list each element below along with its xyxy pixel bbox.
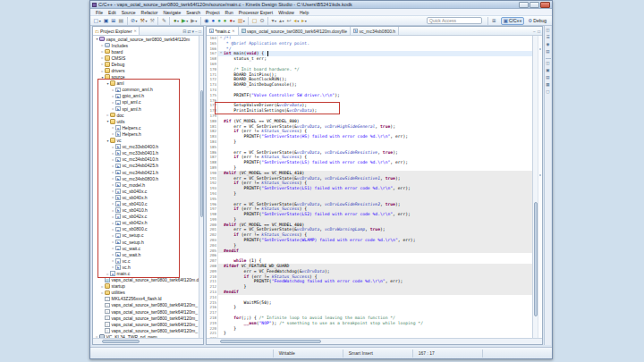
tree-item[interactable]: ▾source bbox=[93, 74, 199, 80]
tree-item[interactable]: ▹board bbox=[93, 48, 199, 55]
open-perspective-button[interactable]: ⊞ bbox=[490, 17, 499, 25]
tree-item[interactable]: ▹hvc.h bbox=[93, 264, 199, 270]
tree-item[interactable]: ▹hvc_mc34sb0410.h bbox=[93, 156, 199, 163]
tree-item[interactable]: ▾vc bbox=[93, 138, 199, 144]
last-edit-location-button[interactable]: ↩ bbox=[286, 16, 292, 25]
quick-access-input[interactable]: Quick Access bbox=[427, 17, 482, 24]
tree-item[interactable]: ▹cvc_setup.c bbox=[93, 232, 199, 239]
maximize-button[interactable] bbox=[530, 2, 539, 8]
tree-item[interactable]: ▹Debug bbox=[93, 61, 199, 67]
external-tools-button[interactable]: ▶▾ bbox=[190, 16, 198, 25]
tree-item[interactable]: ≡vaps_octal_source_twr0800_twrk64f120m_ bbox=[93, 327, 199, 333]
tree-item[interactable]: ▹cvc_sb0800.c bbox=[93, 226, 199, 232]
problems-view-icon[interactable]: ▣ bbox=[546, 68, 551, 73]
maximize-view-icon[interactable]: □ bbox=[538, 29, 540, 34]
tree-item[interactable]: ▹hvc_mc34sb0800.h bbox=[93, 175, 199, 181]
skip-breakpoints-button[interactable]: ⊘▾ bbox=[130, 16, 139, 25]
menu-source[interactable]: Source bbox=[119, 10, 139, 15]
tree-item[interactable]: ▹hvc_mc33sb0400.h bbox=[93, 144, 199, 150]
back-button[interactable]: ◂▾ bbox=[293, 16, 301, 25]
tree-item[interactable]: ▹hgpio_aml.h bbox=[93, 93, 199, 99]
open-element-button[interactable]: ▢ bbox=[251, 16, 258, 25]
tree-item[interactable]: ≡MKL43Z256xxx4_flash.ld bbox=[93, 296, 199, 302]
terminate-button[interactable]: ●▾ bbox=[228, 16, 235, 25]
print-button[interactable]: ▤ bbox=[117, 16, 124, 25]
tree-item[interactable]: ▹hcommon_aml.h bbox=[93, 87, 199, 93]
close-icon[interactable]: ✕ bbox=[232, 29, 234, 33]
menu-refactor[interactable]: Refactor bbox=[139, 10, 161, 15]
menu-search[interactable]: Search bbox=[183, 10, 203, 15]
menu-run[interactable]: Run bbox=[223, 10, 236, 15]
tree-item[interactable]: ▹hvc_sb0410.h bbox=[93, 207, 199, 214]
collapse-all-icon[interactable]: ⊟ bbox=[182, 28, 186, 35]
tree-item[interactable]: ▹hvc_mc33sb0401.h bbox=[93, 150, 199, 156]
update-code-button[interactable]: ◉ bbox=[203, 16, 209, 25]
flash-programmer-button[interactable]: ▥▾ bbox=[237, 16, 246, 25]
overview-ruler[interactable] bbox=[538, 36, 542, 338]
new-wizard-button[interactable]: ✎ bbox=[161, 16, 167, 25]
project-explorer-hscrollbar[interactable] bbox=[93, 338, 203, 344]
tree-item[interactable]: ▹cvc_sb040x.c bbox=[93, 188, 199, 194]
menu-help[interactable]: Help bbox=[297, 10, 311, 15]
tree-item[interactable]: ▹startup bbox=[93, 283, 199, 290]
debug-button[interactable]: ●▾ bbox=[173, 16, 180, 25]
make-targets-view-icon[interactable]: ◉ bbox=[546, 42, 551, 47]
save-all-button[interactable]: ⊞ bbox=[110, 16, 116, 25]
tree-item[interactable]: ▹hvc_sb040x.h bbox=[93, 194, 199, 200]
view-menu-icon[interactable]: ▾ bbox=[192, 28, 195, 35]
tree-item[interactable]: ▹hvc_wait.h bbox=[93, 251, 199, 257]
close-icon[interactable]: ✕ bbox=[134, 29, 137, 33]
link-with-editor-icon[interactable]: ⇄ bbox=[187, 28, 191, 35]
tree-item[interactable]: ▹Includes bbox=[93, 42, 199, 48]
run-button[interactable]: ▶▾ bbox=[181, 16, 189, 25]
maximize-view-icon[interactable]: □ bbox=[199, 28, 201, 35]
minimize-view-icon[interactable]: − bbox=[195, 28, 198, 35]
minimize-button[interactable] bbox=[519, 2, 529, 8]
perspective-cc[interactable]: ▣C/C++ bbox=[501, 17, 525, 25]
tree-item[interactable]: ▹cvc_sb0410.c bbox=[93, 200, 199, 206]
outline-view-icon[interactable]: ☰ bbox=[546, 35, 551, 40]
editor-tab[interactable]: hvc_mc34sb0800.h bbox=[351, 27, 399, 35]
components-button[interactable]: ● bbox=[223, 16, 228, 25]
tree-item[interactable]: ▹hvc_mc34sb0421.h bbox=[93, 169, 199, 175]
perspective-debug[interactable]: ⚙Debug bbox=[526, 17, 548, 25]
new-button[interactable]: ▢▾ bbox=[93, 16, 102, 25]
restore-pane-icon[interactable]: ◫ bbox=[546, 28, 551, 33]
editor-tab[interactable]: c*main.c✕ bbox=[207, 27, 239, 35]
close-button[interactable] bbox=[540, 2, 550, 8]
tree-item[interactable]: ▾aml bbox=[93, 80, 199, 87]
editor-hscrollbar[interactable] bbox=[207, 338, 542, 344]
next-annotation-button[interactable]: ▾▾ bbox=[271, 16, 278, 25]
forward-button[interactable]: ▸▾ bbox=[301, 16, 308, 25]
minimize-view-icon[interactable]: − bbox=[533, 29, 536, 34]
project-explorer-vscrollbar[interactable] bbox=[199, 36, 203, 338]
clean-button[interactable]: ⚒ bbox=[149, 16, 156, 25]
menu-edit[interactable]: Edit bbox=[106, 10, 119, 15]
restore-pane-icon[interactable]: ◫ bbox=[546, 61, 551, 66]
build-button[interactable]: ⚒▾ bbox=[140, 16, 148, 25]
tree-item[interactable]: ▹drivers bbox=[93, 67, 199, 73]
previous-annotation-button[interactable]: ▴▾ bbox=[278, 16, 285, 25]
tree-item[interactable]: ≡vaps_octal_source_twr0800_twrk64f120m_ bbox=[93, 302, 199, 308]
tree-item[interactable]: ▹cHelpers.c bbox=[93, 124, 199, 130]
processor-expert-button[interactable]: ● bbox=[211, 16, 216, 25]
tree-item[interactable]: ▹hvc_sb042x.h bbox=[93, 220, 199, 226]
tree-item[interactable]: ▾vaps_octal_source_twr0800_twrk64f120m bbox=[93, 36, 199, 42]
tree-item[interactable]: ▹hvc_setup.h bbox=[93, 239, 199, 245]
tree-item[interactable]: ▹utilities bbox=[93, 290, 199, 296]
tree-item[interactable]: ▹cspi_aml.c bbox=[93, 99, 199, 105]
project-explorer-tab[interactable]: 🗀 Project Explorer ✕ bbox=[93, 27, 140, 35]
menu-processor-expert[interactable]: Processor Expert bbox=[236, 10, 275, 15]
properties-view-icon[interactable]: ▦ bbox=[546, 82, 551, 88]
documentation-view-icon[interactable]: ▤ bbox=[546, 49, 551, 55]
code-editor[interactable]: 164⊖/*!165 * @brief Application entry po… bbox=[207, 36, 532, 338]
console-view-icon[interactable]: ▤ bbox=[546, 75, 551, 80]
tree-item[interactable]: ▹cvc.c bbox=[93, 257, 199, 264]
tree-item[interactable]: ▹cvc_sb042x.c bbox=[93, 214, 199, 220]
save-button[interactable]: ▣ bbox=[103, 16, 110, 25]
tree-item[interactable]: ≡vaps_octal_source_twr0800_twrk64f120m_ bbox=[93, 308, 199, 315]
memory-view-icon[interactable]: ▢ bbox=[546, 89, 551, 95]
tree-item[interactable]: ▹doc bbox=[93, 112, 199, 118]
tree-item[interactable]: ▹hspi_aml.h bbox=[93, 105, 199, 112]
editor-tab[interactable]: @vaps_octal_source_twr0800_twrk64f120m.d… bbox=[239, 27, 352, 35]
